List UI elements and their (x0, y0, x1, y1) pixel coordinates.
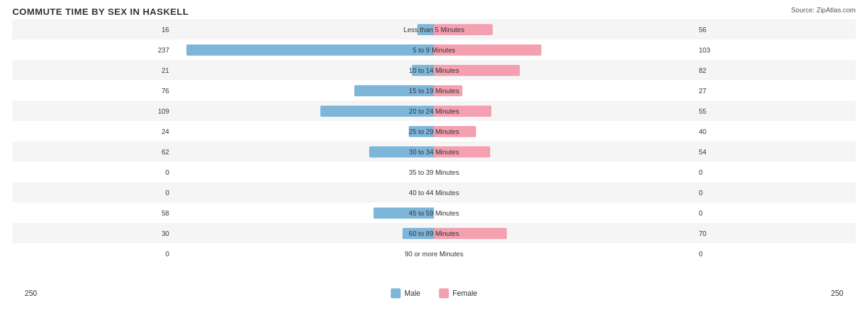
legend-right-value: 250 (683, 289, 843, 298)
legend-left-value: 250 (25, 289, 185, 298)
female-value: 0 (695, 189, 856, 196)
female-value: 55 (695, 107, 856, 115)
table-row: 16 Less than 5 Minutes 56 (12, 19, 856, 40)
female-value: 70 (695, 230, 856, 237)
female-bar (434, 85, 462, 96)
bars-area: 16 Less than 5 Minutes 56 237 5 to 9 Min… (12, 19, 856, 285)
table-row: 0 35 to 39 Minutes 0 (12, 162, 856, 182)
female-bar (434, 44, 541, 56)
bar-section: 30 to 34 Minutes (173, 141, 695, 162)
male-value: 62 (12, 148, 173, 156)
bar-section: Less than 5 Minutes (173, 19, 695, 40)
male-bar (412, 65, 434, 76)
female-value: 0 (695, 169, 856, 176)
table-row: 0 40 to 44 Minutes 0 (12, 182, 856, 203)
row-label: 40 to 44 Minutes (409, 189, 459, 196)
bar-section: 60 to 89 Minutes (173, 223, 695, 243)
bar-section: 25 to 29 Minutes (173, 121, 695, 141)
male-value: 237 (12, 46, 173, 54)
row-label: 90 or more Minutes (405, 250, 464, 258)
male-value: 109 (12, 107, 173, 115)
bar-section: 90 or more Minutes (173, 243, 695, 264)
female-value: 103 (695, 46, 856, 54)
bar-section: 40 to 44 Minutes (173, 182, 695, 203)
male-value: 76 (12, 87, 173, 94)
male-value: 16 (12, 26, 173, 33)
chart-source: Source: ZipAtlas.com (791, 6, 856, 14)
bar-section: 20 to 24 Minutes (173, 101, 695, 121)
legend-area: 250 Male Female 250 (12, 285, 856, 298)
female-bar (434, 146, 490, 157)
bar-section: 35 to 39 Minutes (173, 162, 695, 182)
male-color-box (391, 288, 401, 298)
table-row: 109 20 to 24 Minutes 55 (12, 101, 856, 121)
table-row: 0 90 or more Minutes 0 (12, 243, 856, 264)
legend-center: Male Female (185, 288, 683, 298)
male-bar (186, 44, 434, 56)
bar-section: 5 to 9 Minutes (173, 40, 695, 60)
male-value: 0 (12, 189, 173, 196)
male-value: 21 (12, 67, 173, 74)
legend-male: Male (391, 288, 420, 298)
table-row: 62 30 to 34 Minutes 54 (12, 141, 856, 162)
female-value: 0 (695, 209, 856, 217)
male-value: 0 (12, 169, 173, 176)
male-value: 58 (12, 209, 173, 217)
female-bar (434, 24, 493, 35)
table-row: 24 25 to 29 Minutes 40 (12, 121, 856, 141)
male-bar (409, 126, 434, 137)
female-value: 27 (695, 87, 856, 94)
male-value: 24 (12, 128, 173, 135)
legend-female: Female (439, 288, 477, 298)
table-row: 237 5 to 9 Minutes 103 (12, 40, 856, 60)
chart-title: COMMUTE TIME BY SEX IN HASKELL (12, 6, 856, 17)
bar-section: 10 to 14 Minutes (173, 60, 695, 80)
male-label: Male (404, 289, 420, 298)
row-label: 35 to 39 Minutes (409, 169, 459, 176)
male-value: 0 (12, 250, 173, 258)
male-bar (354, 85, 434, 96)
male-bar (403, 228, 434, 239)
bar-section: 45 to 59 Minutes (173, 203, 695, 223)
female-value: 54 (695, 148, 856, 156)
male-bar (369, 146, 434, 157)
female-value: 40 (695, 128, 856, 135)
female-color-box (439, 288, 449, 298)
male-bar (417, 24, 434, 35)
female-bar (434, 65, 520, 76)
male-value: 30 (12, 230, 173, 237)
bar-section: 15 to 19 Minutes (173, 80, 695, 101)
female-value: 0 (695, 250, 856, 258)
female-value: 56 (695, 26, 856, 33)
female-bar (434, 106, 491, 117)
table-row: 58 45 to 59 Minutes 0 (12, 203, 856, 223)
female-bar (434, 228, 507, 239)
chart-container: COMMUTE TIME BY SEX IN HASKELL Source: Z… (0, 0, 868, 323)
male-bar (320, 106, 434, 117)
table-row: 21 10 to 14 Minutes 82 (12, 60, 856, 80)
female-value: 82 (695, 67, 856, 74)
table-row: 30 60 to 89 Minutes 70 (12, 223, 856, 243)
female-label: Female (453, 289, 477, 298)
table-row: 76 15 to 19 Minutes 27 (12, 80, 856, 101)
male-bar (373, 208, 434, 219)
female-bar (434, 126, 476, 137)
